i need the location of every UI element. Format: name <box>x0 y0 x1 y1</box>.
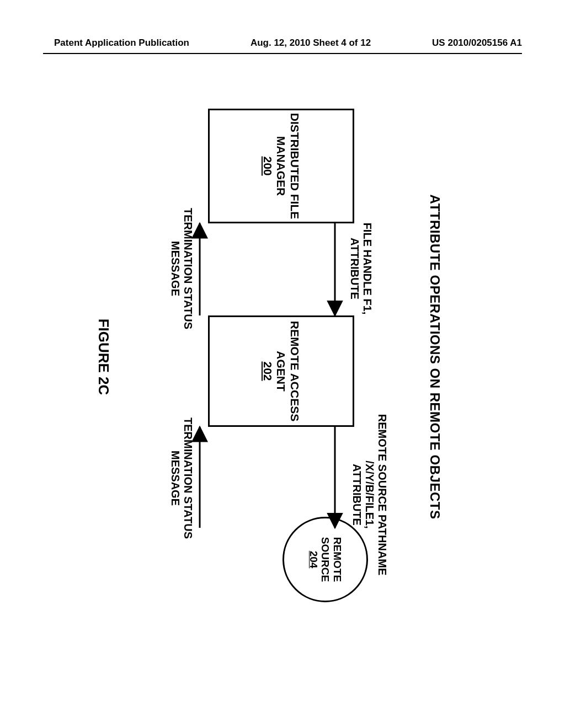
header-left: Patent Application Publication <box>54 38 189 49</box>
diagram: ATTRIBUTE OPERATIONS ON REMOTE OBJECTS <box>89 98 454 616</box>
label-rs-to-raa-line1: TERMINATION STATUS <box>182 406 194 550</box>
page: Patent Application Publication Aug. 12, … <box>0 0 565 728</box>
label-raa-to-dfm: TERMINATION STATUS MESSAGE <box>169 197 194 340</box>
label-dfm-to-raa: FILE HANDLE F1, ATTRIBUTE <box>348 213 374 324</box>
node-remote-access-agent: REMOTE ACCESS AGENT 202 <box>208 315 354 427</box>
label-raa-to-dfm-line1: TERMINATION STATUS <box>182 197 194 340</box>
diagram-rotated-wrap: ATTRIBUTE OPERATIONS ON REMOTE OBJECTS <box>89 98 454 616</box>
header-rule <box>43 53 522 54</box>
node-dfm-label: DISTRIBUTED FILE MANAGER <box>274 110 301 222</box>
label-dfm-to-raa-line1: FILE HANDLE F1, <box>361 213 374 324</box>
node-raa-ref: 202 <box>261 361 274 381</box>
label-raa-to-rs-line2: /X/Y/B/FILE1, <box>363 406 376 583</box>
label-rs-to-raa-line2: MESSAGE <box>169 406 182 550</box>
label-raa-to-dfm-line2: MESSAGE <box>169 197 182 340</box>
node-dfm-ref: 200 <box>261 156 274 175</box>
diagram-title: ATTRIBUTE OPERATIONS ON REMOTE OBJECTS <box>427 98 443 616</box>
label-rs-to-raa: TERMINATION STATUS MESSAGE <box>169 406 194 550</box>
header-right: US 2010/0205156 A1 <box>432 38 522 49</box>
label-raa-to-rs: REMOTE SOURCE PATHNAME /X/Y/B/FILE1, ATT… <box>350 406 388 583</box>
label-raa-to-rs-line1: REMOTE SOURCE PATHNAME <box>376 406 388 583</box>
node-rs-label: REMOTE SOURCE <box>319 518 344 601</box>
figure-label: FIGURE 2C <box>95 98 112 616</box>
node-raa-label: REMOTE ACCESS AGENT <box>274 317 301 425</box>
page-header: Patent Application Publication Aug. 12, … <box>0 38 565 49</box>
label-raa-to-rs-line3: ATTRIBUTE <box>350 406 363 583</box>
node-distributed-file-manager: DISTRIBUTED FILE MANAGER 200 <box>208 109 354 223</box>
node-rs-ref: 204 <box>307 551 319 569</box>
label-dfm-to-raa-line2: ATTRIBUTE <box>348 213 361 324</box>
header-center: Aug. 12, 2010 Sheet 4 of 12 <box>250 38 371 49</box>
